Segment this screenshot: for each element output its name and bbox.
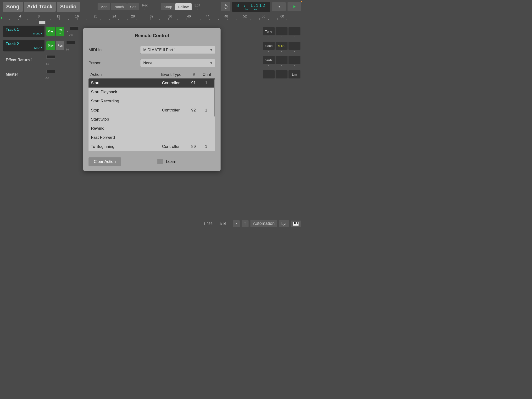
sos-button[interactable]: Sos bbox=[127, 3, 139, 10]
piano-button[interactable] bbox=[291, 221, 301, 227]
rewind-to-start-button[interactable] bbox=[272, 2, 286, 11]
action-row[interactable]: StartController911 bbox=[89, 78, 215, 88]
play-icon bbox=[292, 4, 297, 9]
action-row[interactable]: To BeginningController891 bbox=[89, 142, 215, 151]
lyr-button[interactable]: Lyr bbox=[279, 220, 289, 227]
action-table-header: Action Event Type # Chnl bbox=[89, 72, 215, 78]
grid-value[interactable]: 1/16 bbox=[219, 222, 226, 226]
record-button[interactable] bbox=[233, 220, 240, 227]
effect-slot[interactable]: pMod bbox=[263, 42, 275, 50]
track-meter: -50 bbox=[70, 26, 80, 36]
track-meter: -50 bbox=[46, 70, 56, 79]
play-button[interactable] bbox=[288, 2, 301, 11]
status-dot bbox=[301, 1, 302, 2]
main-toolbar: Song Add Track Studio Mon Punch Sos Rec … bbox=[0, 0, 304, 13]
effect-slot[interactable]: Verb bbox=[263, 56, 275, 64]
learn-label: Learn bbox=[166, 159, 176, 164]
svg-rect-3 bbox=[295, 222, 296, 224]
track-rec-button[interactable]: Rec1 bbox=[56, 27, 64, 36]
clear-action-button[interactable]: Clear Action bbox=[89, 157, 121, 166]
action-row[interactable]: Fast Forward bbox=[89, 133, 215, 142]
time-labels: barbeat bbox=[236, 8, 266, 11]
studio-button[interactable]: Studio bbox=[57, 2, 80, 12]
track-header[interactable]: Master bbox=[3, 69, 44, 80]
effect-slot[interactable] bbox=[288, 42, 300, 50]
add-track-button[interactable]: Add Track bbox=[24, 2, 56, 12]
track-name: Master bbox=[6, 72, 42, 76]
dialog-title: Remote Control bbox=[89, 33, 215, 38]
loop-region-handle[interactable] bbox=[39, 21, 46, 23]
track-header[interactable]: Effect Return 1 bbox=[3, 54, 44, 66]
effect-slot[interactable]: Tune bbox=[263, 27, 275, 35]
timeline-ruler[interactable]: 4812162024283236404448525660 bbox=[0, 13, 304, 23]
action-row[interactable]: Start Recording bbox=[89, 97, 215, 106]
snap-button[interactable]: Snap bbox=[161, 3, 175, 10]
effect-slot[interactable]: Lim bbox=[288, 70, 300, 78]
edit-dropdown[interactable]: Edit bbox=[195, 3, 200, 10]
action-row[interactable]: StopController921 bbox=[89, 106, 215, 115]
song-button[interactable]: Song bbox=[3, 2, 23, 12]
action-list[interactable]: StartController911Start PlaybackStart Re… bbox=[89, 78, 215, 151]
track-subtype: MIDI • bbox=[6, 46, 42, 50]
t-button[interactable]: T bbox=[242, 220, 249, 227]
status-bar: 1:256 1/16 T Automation Lyr bbox=[0, 219, 304, 228]
track-header[interactable]: Track 1mono • bbox=[3, 25, 44, 37]
track-name: Effect Return 1 bbox=[6, 58, 42, 62]
track-name: Track 1 bbox=[6, 27, 42, 32]
track-header[interactable]: Track 2MIDI • bbox=[3, 40, 44, 51]
track-subtype: mono • bbox=[6, 32, 42, 35]
track-name: Track 2 bbox=[6, 42, 42, 46]
loop-button[interactable] bbox=[221, 2, 230, 11]
svg-point-0 bbox=[236, 223, 237, 224]
effect-slot[interactable] bbox=[288, 27, 300, 35]
effect-slot[interactable] bbox=[276, 70, 288, 78]
skip-back-icon bbox=[277, 5, 281, 9]
zoom-level[interactable]: 1:256 bbox=[203, 222, 213, 226]
time-display[interactable]: 8 : 1.112 barbeat bbox=[232, 2, 270, 12]
effect-slot[interactable] bbox=[276, 56, 288, 64]
time-value: 8 : 1.112 bbox=[236, 3, 266, 8]
scrollbar[interactable] bbox=[214, 79, 215, 116]
punch-button[interactable]: Punch bbox=[111, 3, 127, 10]
track-meter: -50 bbox=[66, 41, 76, 51]
midi-in-select[interactable]: MIDIMATE II Port 1 bbox=[140, 46, 215, 54]
piano-icon bbox=[293, 222, 298, 226]
loop-icon bbox=[223, 4, 228, 10]
rec-dropdown[interactable]: Rec bbox=[142, 3, 148, 10]
svg-rect-2 bbox=[294, 222, 295, 224]
track-rec-button[interactable]: Rec bbox=[56, 41, 64, 50]
expand-icon[interactable]: ▸ bbox=[67, 30, 68, 33]
svg-rect-4 bbox=[297, 222, 298, 224]
effect-slot[interactable] bbox=[276, 27, 288, 35]
midi-in-label: MIDI In: bbox=[89, 48, 140, 52]
circle-icon bbox=[235, 222, 237, 225]
track-meter: -50 bbox=[46, 55, 56, 65]
track-play-button[interactable]: Play bbox=[46, 27, 55, 36]
track-play-button[interactable]: Play bbox=[46, 41, 55, 50]
playhead-icon[interactable] bbox=[0, 16, 3, 21]
automation-button[interactable]: Automation bbox=[250, 220, 277, 227]
action-row[interactable]: Rewind bbox=[89, 124, 215, 133]
effect-slot[interactable] bbox=[263, 70, 275, 78]
effect-slot[interactable] bbox=[288, 56, 300, 64]
action-row[interactable]: Start Playback bbox=[89, 88, 215, 97]
preset-select[interactable]: None bbox=[140, 59, 215, 67]
learn-checkbox[interactable] bbox=[157, 159, 163, 164]
remote-control-dialog: Remote Control MIDI In: MIDIMATE II Port… bbox=[83, 28, 221, 171]
action-row[interactable]: Start/Stop bbox=[89, 115, 215, 124]
mon-button[interactable]: Mon bbox=[98, 3, 110, 10]
preset-label: Preset: bbox=[89, 61, 140, 66]
effect-slot[interactable]: MTSi bbox=[276, 42, 288, 50]
follow-button[interactable]: Follow bbox=[175, 3, 191, 10]
